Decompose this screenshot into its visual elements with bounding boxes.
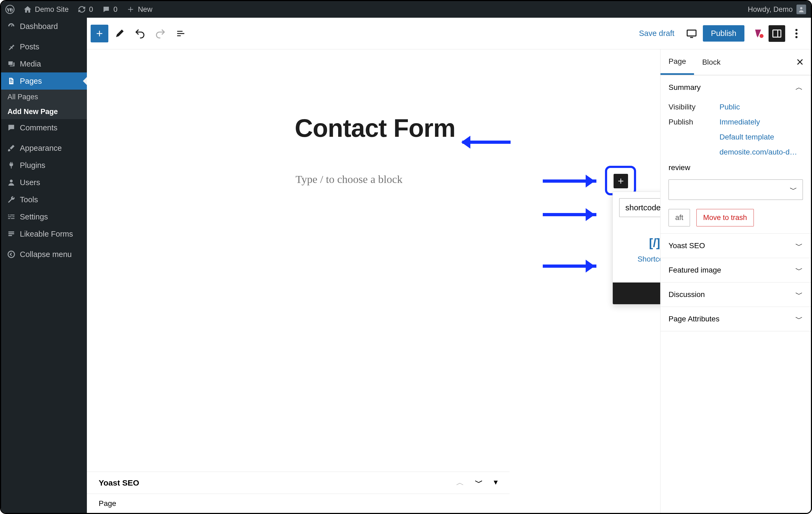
page-title-input[interactable]: Contact Form	[295, 114, 455, 143]
svg-point-2	[10, 179, 13, 182]
yoast-section-toggle[interactable]: Yoast SEO ﹀	[661, 234, 811, 258]
svg-rect-4	[687, 30, 696, 36]
menu-label: Comments	[20, 123, 57, 132]
editor-canvas[interactable]: Contact Form Type / to choose a block ✕	[87, 49, 660, 513]
admin-bar: Demo Site 0 0 New Howdy, Demo	[1, 1, 811, 18]
section-heading: Yoast SEO	[669, 241, 705, 250]
move-to-trash-button[interactable]: Move to trash	[696, 209, 754, 226]
menu-collapse[interactable]: Collapse menu	[1, 246, 87, 263]
yoast-metabox-header[interactable]: Yoast SEO ︿ ﹀ ▾	[87, 472, 510, 494]
annotation-arrow	[462, 141, 511, 144]
save-draft-button[interactable]: Save draft	[633, 29, 680, 38]
yoast-button[interactable]	[750, 25, 766, 42]
block-placeholder[interactable]: Type / to choose a block	[295, 173, 403, 185]
menu-settings[interactable]: Settings	[1, 208, 87, 225]
publish-button[interactable]: Publish	[703, 25, 745, 41]
menu-posts[interactable]: Posts	[1, 38, 87, 55]
switch-to-draft-button[interactable]: aft	[669, 209, 690, 226]
visibility-value[interactable]: Public	[720, 103, 740, 111]
comments-link[interactable]: 0	[97, 5, 122, 14]
menu-label: Likeable Forms	[20, 230, 73, 238]
section-heading: Discussion	[669, 290, 705, 299]
menu-tools[interactable]: Tools	[1, 191, 87, 208]
menu-media[interactable]: Media	[1, 55, 87, 73]
page-attributes-toggle[interactable]: Page Attributes ﹀	[661, 307, 811, 331]
section-heading: Page Attributes	[669, 315, 720, 323]
editor-topbar: Save draft Publish	[87, 18, 811, 49]
document-overview-button[interactable]	[172, 24, 190, 42]
shortcode-icon: [/]	[649, 236, 660, 250]
brush-icon	[6, 143, 16, 153]
chevron-down-icon: ﹀	[795, 265, 803, 275]
publish-label: Publish	[669, 118, 720, 126]
sliders-icon	[6, 212, 16, 222]
tab-page[interactable]: Page	[661, 49, 694, 75]
menu-plugins[interactable]: Plugins	[1, 157, 87, 174]
author-select[interactable]: ﹀	[669, 179, 803, 200]
undo-button[interactable]	[131, 24, 149, 42]
annotation-arrow	[543, 213, 597, 216]
redo-button[interactable]	[151, 24, 170, 42]
chevron-up-icon[interactable]: ︿	[456, 477, 464, 488]
options-button[interactable]	[787, 24, 806, 42]
discussion-toggle[interactable]: Discussion ﹀	[661, 283, 811, 307]
tab-block[interactable]: Block	[694, 49, 728, 75]
caret-down-icon[interactable]: ▾	[494, 477, 498, 488]
menu-label: Pages	[20, 77, 42, 86]
submenu-all-pages[interactable]: All Pages	[1, 90, 87, 104]
featured-image-toggle[interactable]: Featured image ﹀	[661, 258, 811, 282]
howdy-text[interactable]: Howdy, Demo	[748, 5, 793, 14]
site-name-link[interactable]: Demo Site	[19, 5, 73, 14]
annotation-arrow	[543, 264, 597, 268]
browse-all-button[interactable]: Browse all	[613, 283, 660, 304]
summary-toggle[interactable]: Summary ︿	[661, 76, 811, 99]
summary-section: Summary ︿ Visibility Public Publish Imme…	[661, 75, 811, 234]
block-inserter-popover: ✕ [/] Shortcode Browse all	[612, 192, 660, 305]
preview-button[interactable]	[683, 24, 701, 42]
svg-point-9	[795, 36, 798, 38]
block-search-input[interactable]	[619, 198, 660, 217]
menu-label: Collapse menu	[20, 250, 71, 259]
block-inserter-button[interactable]	[91, 25, 108, 42]
wordpress-icon	[5, 5, 14, 14]
plus-icon	[126, 5, 135, 14]
block-result-shortcode[interactable]: [/] Shortcode	[619, 224, 660, 276]
dashboard-icon	[6, 22, 16, 31]
section-heading: Featured image	[669, 266, 721, 275]
new-link[interactable]: New	[122, 5, 156, 14]
menu-comments[interactable]: Comments	[1, 119, 87, 136]
annotation-arrow	[543, 179, 597, 183]
publish-value[interactable]: Immediately	[720, 118, 760, 126]
menu-label: Users	[20, 178, 40, 187]
block-result-label: Shortcode	[637, 255, 660, 263]
menu-pages[interactable]: Pages	[1, 73, 87, 90]
chevron-up-icon: ︿	[795, 82, 803, 92]
menu-label: Settings	[20, 212, 48, 221]
menu-label: Plugins	[20, 161, 45, 170]
chevron-down-icon[interactable]: ﹀	[475, 477, 483, 488]
url-value[interactable]: demosite.com/auto-d…	[720, 148, 797, 156]
chevron-down-icon: ﹀	[795, 289, 803, 299]
annotation-rect	[605, 166, 636, 195]
updates-count: 0	[89, 5, 93, 14]
yoast-metabox-title: Yoast SEO	[99, 478, 139, 487]
avatar-icon[interactable]	[796, 5, 806, 14]
plug-icon	[6, 161, 16, 170]
menu-label: Dashboard	[20, 22, 58, 31]
settings-panel-toggle[interactable]	[768, 25, 785, 42]
form-icon	[6, 229, 16, 239]
updates-link[interactable]: 0	[73, 5, 97, 14]
menu-dashboard[interactable]: Dashboard	[1, 18, 87, 35]
wp-logo[interactable]	[1, 5, 19, 14]
close-settings-icon[interactable]: ✕	[789, 57, 811, 68]
yoast-subheader-label: Page	[99, 499, 116, 508]
menu-users[interactable]: Users	[1, 174, 87, 191]
tools-button[interactable]	[111, 24, 129, 42]
submenu-add-new-page[interactable]: Add New Page	[1, 104, 87, 119]
menu-appearance[interactable]: Appearance	[1, 140, 87, 157]
menu-likeable-forms[interactable]: Likeable Forms	[1, 225, 87, 242]
template-value[interactable]: Default template	[720, 133, 774, 141]
yoast-metabox-subheader: Page	[87, 494, 510, 513]
svg-rect-6	[773, 30, 781, 37]
collapse-icon	[6, 250, 16, 259]
